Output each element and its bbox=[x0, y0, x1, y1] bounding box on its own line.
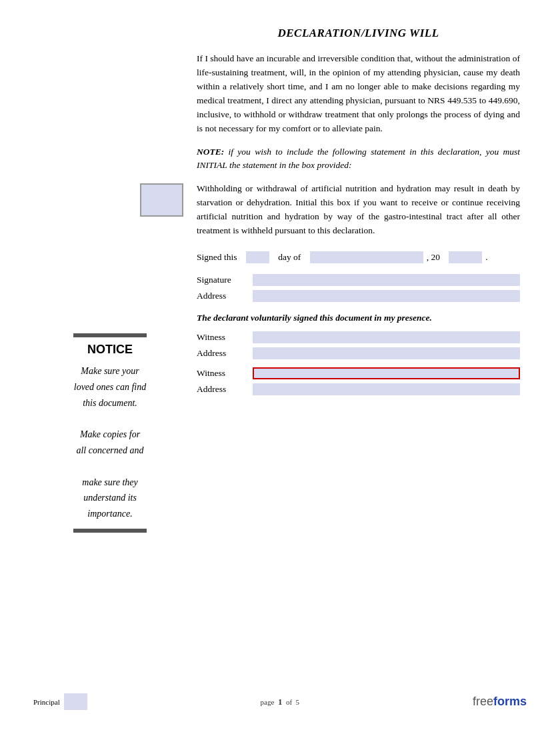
signed-label: Signed this bbox=[197, 252, 237, 263]
footer: Principal page 1 of 5 freeforms bbox=[0, 693, 560, 710]
notice-sidebar: NOTICE Make sure your loved ones can fin… bbox=[30, 333, 190, 533]
notice-bar-top bbox=[73, 333, 147, 337]
main-content: DECLARATION/LIVING WILL If I should have… bbox=[197, 27, 520, 238]
note-content: if you wish to include the following sta… bbox=[197, 147, 520, 171]
signed-month-input[interactable] bbox=[310, 251, 423, 263]
of-label: of bbox=[286, 698, 292, 706]
notice-bar-bottom bbox=[73, 529, 147, 533]
address-label: Address bbox=[197, 291, 250, 301]
initials-box[interactable] bbox=[140, 183, 183, 217]
page-label: page bbox=[261, 698, 275, 706]
address2-label: Address bbox=[197, 348, 250, 359]
day-of-label: day of bbox=[278, 252, 301, 263]
notice-line2: loved ones can find bbox=[30, 379, 190, 395]
notice-line8: importance. bbox=[30, 506, 190, 522]
address3-label: Address bbox=[197, 384, 250, 395]
footer-left: Principal bbox=[33, 693, 87, 710]
total-pages: 5 bbox=[296, 698, 300, 706]
address2-input[interactable] bbox=[253, 347, 520, 359]
period-label: . bbox=[485, 252, 487, 263]
principal-box[interactable] bbox=[64, 693, 87, 710]
witness1-row: Witness bbox=[197, 331, 520, 343]
notice-body: Make sure your loved ones can find this … bbox=[30, 363, 190, 522]
witness1-input[interactable] bbox=[253, 331, 520, 343]
page-number: 1 bbox=[278, 697, 283, 707]
initials-row: Withholding or withdrawal of artificial … bbox=[197, 182, 520, 238]
notice-line7: understand its bbox=[30, 490, 190, 506]
notice-line6: make sure they bbox=[30, 475, 190, 491]
signed-row: Signed this day of , 20 . bbox=[197, 251, 520, 263]
principal-label: Principal bbox=[33, 698, 60, 706]
address-row: Address bbox=[197, 290, 520, 302]
signature-input[interactable] bbox=[253, 274, 520, 286]
notice-line3: this document. bbox=[30, 395, 190, 411]
signature-row: Signature bbox=[197, 274, 520, 286]
footer-center: page 1 of 5 bbox=[261, 697, 299, 707]
signed-day-input[interactable] bbox=[246, 251, 269, 263]
page-title: DECLARATION/LIVING WILL bbox=[197, 27, 520, 40]
note-text: NOTE: if you wish to include the followi… bbox=[197, 145, 520, 173]
witness-statement: The declarant voluntarily signed this do… bbox=[197, 313, 520, 323]
brand-free: free bbox=[473, 695, 493, 708]
address-input[interactable] bbox=[253, 290, 520, 302]
witness2-input[interactable] bbox=[253, 367, 520, 379]
witness2-label: Witness bbox=[197, 368, 250, 379]
notice-line1: Make sure your bbox=[30, 363, 190, 379]
address2-row: Address bbox=[197, 347, 520, 359]
address3-row: Address bbox=[197, 383, 520, 395]
notice-line4: Make copies for bbox=[30, 427, 190, 443]
brand-logo: freeforms bbox=[473, 695, 527, 709]
witness2-row: Witness bbox=[197, 367, 520, 379]
page: DECLARATION/LIVING WILL If I should have… bbox=[0, 0, 560, 730]
note-label: NOTE: bbox=[197, 147, 229, 157]
brand-forms: forms bbox=[493, 695, 527, 708]
witness1-label: Witness bbox=[197, 332, 250, 343]
notice-title: NOTICE bbox=[30, 343, 190, 357]
signature-label: Signature bbox=[197, 275, 250, 285]
address3-input[interactable] bbox=[253, 383, 520, 395]
notice-line5: all concerned and bbox=[30, 443, 190, 459]
signed-year-input[interactable] bbox=[449, 251, 482, 263]
paragraph-1: If I should have an incurable and irreve… bbox=[197, 52, 520, 136]
initials-paragraph: Withholding or withdrawal of artificial … bbox=[197, 182, 520, 238]
signature-section: Signed this day of , 20 . Signature Addr… bbox=[197, 251, 520, 395]
comma-20-label: , 20 bbox=[427, 252, 440, 263]
